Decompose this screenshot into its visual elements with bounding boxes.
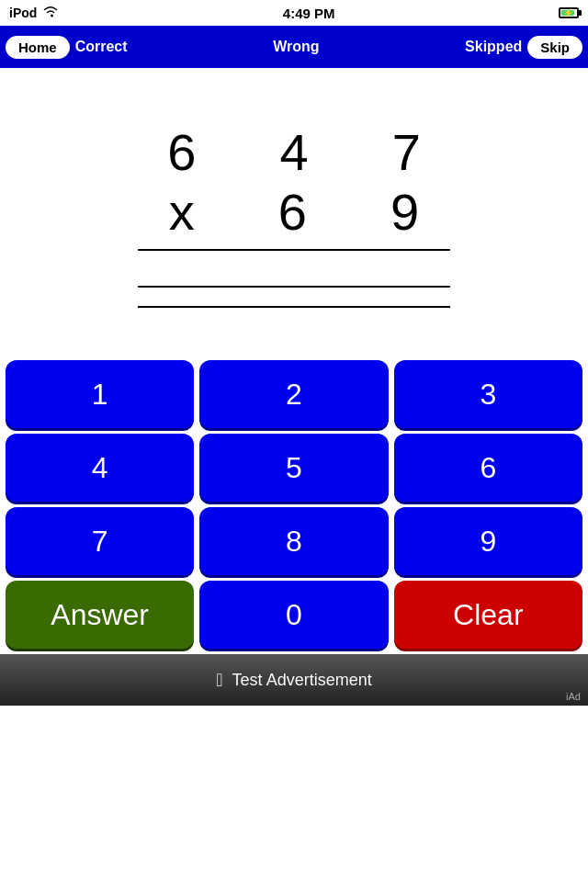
key-2-button[interactable]: 2 [199, 360, 388, 428]
math-row-1: 6 4 7 [149, 122, 439, 182]
wifi-icon [42, 6, 59, 21]
key-5-button[interactable]: 5 [199, 434, 388, 502]
answer-line-2 [138, 306, 450, 308]
key-4-button[interactable]: 4 [6, 434, 194, 502]
keypad: 1 2 3 4 5 6 7 8 9 Answer 0 Clear [0, 353, 588, 654]
key-6-button[interactable]: 6 [394, 434, 582, 502]
ad-text: Test Advertisement [232, 671, 372, 690]
problem-line [138, 249, 450, 251]
multiplier: x 6 9 [151, 182, 438, 242]
multiplicand: 6 4 7 [149, 122, 439, 182]
math-problem: 6 4 7 x 6 9 [138, 122, 450, 258]
key-3-button[interactable]: 3 [394, 360, 582, 428]
status-time: 4:49 PM [283, 6, 335, 21]
iad-tag: iAd [566, 691, 581, 702]
status-left: iPod [9, 6, 59, 21]
answer-lines [138, 286, 450, 308]
answer-button[interactable]: Answer [6, 581, 194, 649]
math-row-2: x 6 9 [151, 182, 438, 242]
answer-line-1 [138, 286, 450, 288]
home-button[interactable]: Home [6, 36, 70, 59]
key-8-button[interactable]: 8 [199, 507, 388, 575]
apple-logo-icon:  [216, 670, 222, 691]
correct-label: Correct [75, 39, 128, 55]
key-7-button[interactable]: 7 [6, 507, 194, 575]
ad-bar:  Test Advertisement iAd [0, 654, 588, 706]
status-bar: iPod 4:49 PM ⚡ [0, 0, 588, 26]
battery-icon: ⚡ [559, 7, 579, 18]
nav-bar: Home Correct Wrong Skipped Skip [0, 26, 588, 68]
skip-button[interactable]: Skip [527, 36, 582, 59]
skipped-label: Skipped [465, 39, 522, 55]
key-9-button[interactable]: 9 [394, 507, 582, 575]
key-0-button[interactable]: 0 [199, 581, 388, 649]
clear-button[interactable]: Clear [394, 581, 582, 649]
key-1-button[interactable]: 1 [6, 360, 194, 428]
wrong-label: Wrong [273, 39, 319, 55]
status-right: ⚡ [559, 7, 579, 18]
device-name: iPod [9, 6, 37, 20]
math-area: 6 4 7 x 6 9 [0, 68, 588, 353]
